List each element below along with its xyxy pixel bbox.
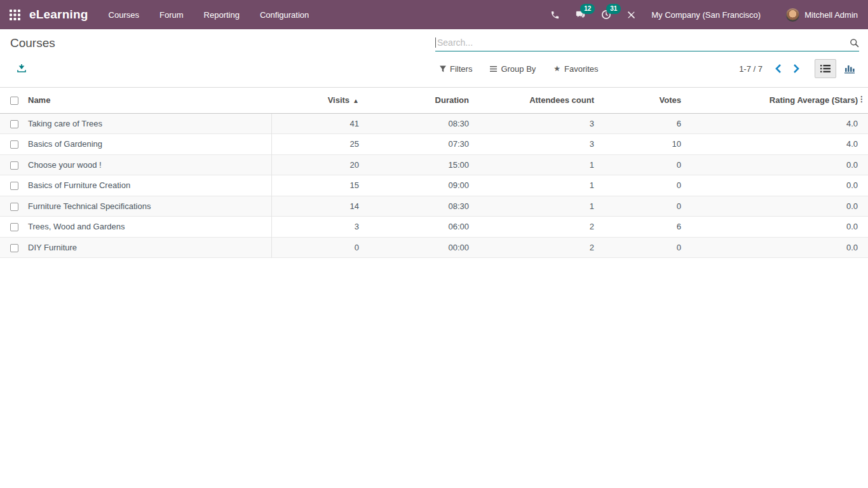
column-header-attendees[interactable]: Attendees count (475, 88, 600, 113)
column-header-rating[interactable]: Rating Average (Stars) ⋮ (687, 88, 868, 113)
main-menu: Courses Forum Reporting Configuration (98, 0, 320, 29)
row-checkbox[interactable] (10, 140, 18, 149)
messages-button[interactable]: 12 (567, 0, 593, 29)
table-row[interactable]: Basics of Gardening 25 07:30 3 10 4.0 (0, 134, 868, 155)
search-icon[interactable] (850, 38, 859, 48)
cell-votes: 0 (600, 196, 687, 217)
pager-previous-button[interactable] (773, 62, 784, 76)
menu-courses[interactable]: Courses (98, 0, 149, 29)
cell-visits: 41 (271, 113, 365, 134)
table-row[interactable]: Basics of Furniture Creation 15 09:00 1 … (0, 175, 868, 196)
chevron-right-icon (793, 64, 799, 73)
cell-visits: 3 (271, 217, 365, 238)
top-navbar: eLearning Courses Forum Reporting Config… (0, 0, 868, 29)
table-row[interactable]: Taking care of Trees 41 08:30 3 6 4.0 (0, 113, 868, 134)
cell-rating: 4.0 (687, 134, 868, 155)
user-name: Mitchell Admin (804, 10, 858, 20)
row-checkbox[interactable] (10, 244, 18, 252)
cell-votes: 10 (600, 134, 687, 155)
view-switcher (815, 59, 858, 78)
cell-attendees: 3 (475, 113, 600, 134)
app-brand[interactable]: eLearning (29, 8, 88, 22)
cell-name[interactable]: Taking care of Trees (25, 113, 271, 134)
user-avatar (786, 8, 799, 22)
menu-configuration[interactable]: Configuration (250, 0, 319, 29)
page-title: Courses (10, 36, 55, 50)
cell-rating: 0.0 (687, 237, 868, 258)
cell-attendees: 1 (475, 196, 600, 217)
company-switcher[interactable]: My Company (San Francisco) (644, 10, 782, 20)
row-checkbox[interactable] (10, 223, 18, 231)
list-view-icon (820, 64, 831, 73)
favorites-menu-button[interactable]: ★ Favorites (553, 64, 598, 74)
list-view-button[interactable] (815, 59, 836, 78)
table-header: Name Visits▲ Duration Attendees count Vo… (0, 88, 868, 113)
column-header-name[interactable]: Name (25, 88, 271, 113)
cell-attendees: 1 (475, 154, 600, 175)
control-panel: Courses Search... Filters Group By ★ (0, 29, 868, 88)
pager-range: 1-7 / 7 (739, 64, 763, 74)
row-checkbox[interactable] (10, 182, 18, 190)
column-header-votes[interactable]: Votes (600, 88, 687, 113)
menu-forum[interactable]: Forum (149, 0, 194, 29)
cell-visits: 20 (271, 154, 365, 175)
text-caret (435, 37, 436, 48)
menu-reporting[interactable]: Reporting (194, 0, 250, 29)
pager-next-button[interactable] (790, 62, 802, 76)
cell-name[interactable]: Basics of Furniture Creation (25, 175, 271, 196)
column-header-visits[interactable]: Visits▲ (271, 88, 365, 113)
cell-attendees: 2 (475, 217, 600, 238)
user-menu[interactable]: Mitchell Admin (782, 8, 868, 22)
select-all-checkbox-cell (0, 88, 25, 113)
pager-and-switcher: 1-7 / 7 (739, 58, 858, 79)
cell-duration: 00:00 (365, 237, 475, 258)
apps-menu-button[interactable] (0, 0, 29, 29)
cell-name[interactable]: DIY Furniture (25, 237, 271, 258)
cell-votes: 6 (600, 113, 687, 134)
filter-funnel-icon (440, 65, 446, 72)
cell-name[interactable]: Basics of Gardening (25, 134, 271, 155)
cell-rating: 4.0 (687, 113, 868, 134)
cell-duration: 08:30 (365, 113, 475, 134)
optional-columns-toggle[interactable]: ⋮ (858, 95, 865, 103)
cell-votes: 0 (600, 175, 687, 196)
cell-rating: 0.0 (687, 154, 868, 175)
group-by-menu-button[interactable]: Group By (490, 64, 536, 74)
activities-button[interactable]: 31 (593, 0, 619, 29)
search-placeholder: Search... (437, 37, 850, 48)
row-checkbox[interactable] (10, 120, 18, 128)
select-all-checkbox[interactable] (10, 97, 18, 105)
table-row[interactable]: Furniture Technical Specifications 14 08… (0, 196, 868, 217)
column-header-duration[interactable]: Duration (365, 88, 475, 113)
apps-grid-icon (10, 10, 20, 20)
cell-name[interactable]: Furniture Technical Specifications (25, 196, 271, 217)
search-input[interactable]: Search... (435, 34, 859, 51)
graph-view-button[interactable] (841, 59, 858, 78)
filters-menu-button[interactable]: Filters (440, 64, 472, 74)
table-row[interactable]: Choose your wood ! 20 15:00 1 0 0.0 (0, 154, 868, 175)
cell-name[interactable]: Choose your wood ! (25, 154, 271, 175)
cell-rating: 0.0 (687, 196, 868, 217)
cell-duration: 08:30 (365, 196, 475, 217)
cell-duration: 15:00 (365, 154, 475, 175)
search-filter-menus: Filters Group By ★ Favorites (440, 60, 616, 78)
cell-rating: 0.0 (687, 217, 868, 238)
cell-name[interactable]: Trees, Wood and Gardens (25, 217, 271, 238)
cell-visits: 15 (271, 175, 365, 196)
cell-duration: 07:30 (365, 134, 475, 155)
export-button[interactable] (17, 63, 27, 73)
voip-button[interactable] (543, 0, 567, 29)
table-row[interactable]: Trees, Wood and Gardens 3 06:00 2 6 0.0 (0, 217, 868, 238)
sort-asc-icon: ▲ (353, 97, 359, 104)
cell-visits: 0 (271, 237, 365, 258)
cell-attendees: 1 (475, 175, 600, 196)
tools-icon (627, 10, 636, 20)
cell-votes: 0 (600, 154, 687, 175)
favorites-star-icon: ★ (553, 64, 560, 73)
tools-button[interactable] (619, 0, 644, 29)
table-row[interactable]: DIY Furniture 0 00:00 2 0 0.0 (0, 237, 868, 258)
row-checkbox[interactable] (10, 203, 18, 211)
group-by-icon (490, 65, 497, 72)
row-checkbox[interactable] (10, 161, 18, 170)
bar-chart-icon (844, 64, 855, 74)
